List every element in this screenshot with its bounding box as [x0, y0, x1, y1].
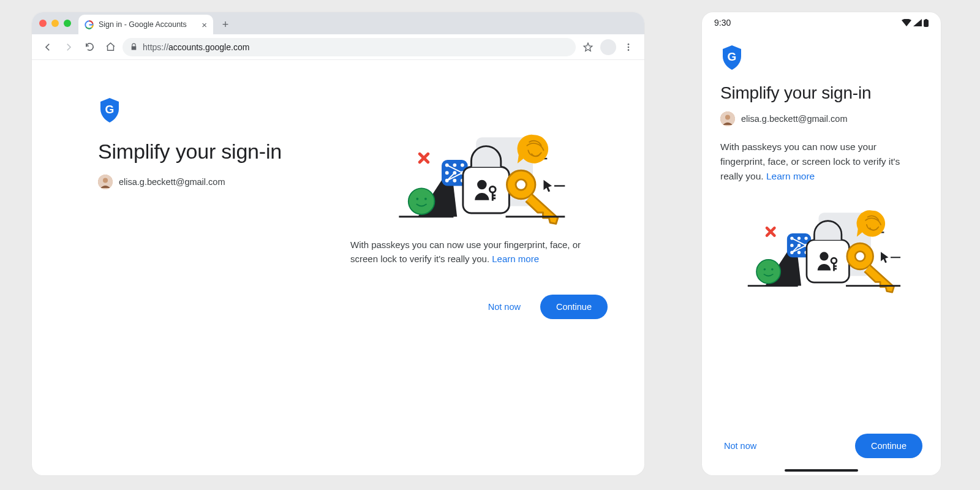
browser-menu-button[interactable]	[620, 39, 637, 56]
browser-tab[interactable]: Sign in - Google Accounts ×	[78, 15, 213, 34]
action-row: Not now Continue	[350, 295, 608, 319]
status-bar: 9:30	[702, 12, 941, 33]
avatar-icon	[720, 111, 735, 126]
action-row: Not now Continue	[720, 434, 922, 458]
browser-toolbar: https://accounts.google.com	[32, 34, 644, 60]
account-email: elisa.g.beckett@gmail.com	[119, 177, 225, 187]
close-window-button[interactable]	[39, 20, 47, 27]
reload-button[interactable]	[81, 39, 98, 56]
svg-rect-36	[924, 20, 929, 27]
lock-icon	[130, 43, 138, 51]
bookmark-button[interactable]	[579, 39, 597, 56]
account-email: elisa.g.beckett@gmail.com	[741, 114, 847, 124]
continue-button[interactable]: Continue	[540, 295, 608, 319]
close-tab-button[interactable]: ×	[202, 20, 207, 29]
description-text: With passkeys you can now use your finge…	[350, 238, 608, 266]
svg-point-33	[628, 43, 630, 45]
google-favicon-icon	[85, 20, 94, 29]
signal-icon	[913, 19, 922, 26]
wifi-icon	[902, 19, 911, 26]
avatar-icon	[98, 175, 113, 189]
svg-point-34	[628, 46, 630, 48]
back-button[interactable]	[39, 39, 56, 56]
tab-title: Sign in - Google Accounts	[99, 20, 187, 29]
address-bar[interactable]: https://accounts.google.com	[123, 38, 576, 56]
description-text: With passkeys you can now use your finge…	[720, 140, 922, 184]
phone-content: Simplify your sign-in elisa.g.beckett@gm…	[702, 33, 941, 475]
home-indicator[interactable]	[785, 469, 858, 472]
profile-button[interactable]	[600, 39, 616, 55]
tab-strip: Sign in - Google Accounts × +	[32, 12, 644, 34]
maximize-window-button[interactable]	[64, 20, 71, 27]
google-shield-icon	[720, 44, 744, 71]
status-icons	[902, 19, 929, 27]
google-shield-icon	[98, 97, 121, 124]
new-tab-button[interactable]: +	[217, 16, 234, 33]
status-time: 9:30	[714, 18, 731, 28]
svg-point-35	[628, 49, 630, 51]
passkey-illustration	[387, 127, 571, 225]
right-column: With passkeys you can now use your finge…	[350, 127, 608, 319]
phone-frame: 9:30 Simplify your sign-in elisa.g.becke…	[702, 12, 941, 475]
learn-more-link[interactable]: Learn more	[492, 254, 539, 264]
browser-window: Sign in - Google Accounts × + https://ac…	[32, 12, 644, 475]
page-heading: Simplify your sign-in	[720, 83, 922, 103]
continue-button[interactable]: Continue	[855, 434, 922, 458]
url-text: https://accounts.google.com	[143, 42, 249, 52]
learn-more-link[interactable]: Learn more	[766, 171, 815, 181]
passkey-illustration	[737, 203, 906, 293]
not-now-button[interactable]: Not now	[484, 301, 524, 312]
not-now-button[interactable]: Not now	[720, 440, 760, 451]
page-content: Simplify your sign-in elisa.g.beckett@gm…	[32, 60, 644, 475]
home-button[interactable]	[102, 39, 119, 56]
svg-rect-37	[925, 19, 927, 20]
battery-icon	[924, 19, 929, 27]
forward-button[interactable]	[60, 39, 77, 56]
minimize-window-button[interactable]	[51, 20, 59, 27]
account-chip[interactable]: elisa.g.beckett@gmail.com	[720, 111, 922, 126]
window-controls	[38, 12, 75, 34]
